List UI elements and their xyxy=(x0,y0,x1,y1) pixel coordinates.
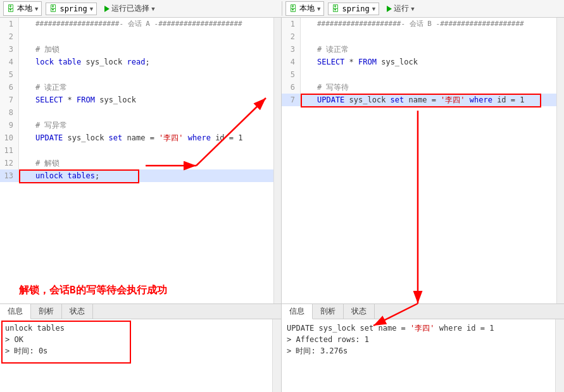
run-label-left: 运行已选择 xyxy=(111,3,149,14)
db-select-left[interactable]: 🗄 spring ▼ xyxy=(46,3,97,15)
left-panel: 1 ####################- 会话 A -##########… xyxy=(0,18,282,392)
right-editor[interactable]: 1 ####################- 会话 B -##########… xyxy=(282,18,564,303)
db-icon2-left: 🗄 xyxy=(49,4,57,13)
left-info-line-1: unlock tables xyxy=(5,322,276,334)
left-editor-content: 1 ####################- 会话 A -##########… xyxy=(0,18,281,303)
right-info-scrollbar[interactable] xyxy=(555,319,564,392)
code-line-right-4: 4 SELECT * FROM sys_lock xyxy=(282,56,564,68)
code-line-left-8: 8 xyxy=(0,106,281,119)
code-line-right-5: 5 xyxy=(282,68,564,81)
run-button-right[interactable]: 运行 ▼ xyxy=(383,2,418,15)
left-tab-info[interactable]: 信息 xyxy=(0,304,31,319)
toolbar: 🗄 本地 ▼ 🗄 spring ▼ 运行已选择 ▼ 🗄 本地 ▼ xyxy=(0,0,564,18)
location-label-right: 本地 xyxy=(299,3,315,14)
code-line-left-7: 7 SELECT * FROM sys_lock xyxy=(0,94,281,106)
location-label-left: 本地 xyxy=(17,3,32,14)
code-line-right-2: 2 xyxy=(282,30,564,43)
location-select-right[interactable]: 🗄 本地 ▼ xyxy=(285,1,324,16)
db-icon-left: 🗄 xyxy=(7,4,15,13)
content-area: 1 ####################- 会话 A -##########… xyxy=(0,18,564,392)
right-info-line-3: > 时间: 3.276s xyxy=(287,345,559,357)
run-button-left[interactable]: 运行已选择 ▼ xyxy=(101,2,158,15)
db-select-right[interactable]: 🗄 spring ▼ xyxy=(328,3,379,15)
code-line-right-7: 7 UPDATE sys_lock set name = '李四' where … xyxy=(282,94,564,106)
chevron-db-icon-right: ▼ xyxy=(372,6,375,12)
code-line-left-2: 2 xyxy=(0,30,281,43)
left-bottom-panel: 信息 剖析 状态 unlock tables > OK > 时间: 0s xyxy=(0,303,281,392)
db-label-right: spring xyxy=(342,4,369,13)
code-line-left-4: 4 lock table sys_lock read; xyxy=(0,56,281,68)
chevron-db-icon-left: ▼ xyxy=(90,6,93,12)
right-info-area: UPDATE sys_lock set name = '李四' where id… xyxy=(282,319,564,392)
code-line-left-11: 11 xyxy=(0,144,281,157)
right-info-line-2: > Affected rows: 1 xyxy=(287,334,559,345)
code-line-right-3: 3 # 读正常 xyxy=(282,43,564,56)
right-tab-info[interactable]: 信息 xyxy=(282,304,313,319)
play-icon-right xyxy=(387,6,392,12)
code-line-left-9: 9 # 写异常 xyxy=(0,119,281,132)
right-tab-analysis[interactable]: 剖析 xyxy=(313,304,344,319)
left-info-line-3: > 时间: 0s xyxy=(5,345,276,357)
code-line-left-6: 6 # 读正常 xyxy=(0,81,281,94)
db-icon2-right: 🗄 xyxy=(332,4,339,13)
right-panel: 1 ####################- 会话 B -##########… xyxy=(282,18,564,392)
code-line-right-1: 1 ####################- 会话 B -##########… xyxy=(282,18,564,30)
code-line-left-10: 10 UPDATE sys_lock set name = '李四' where… xyxy=(0,132,281,144)
code-line-left-13: 13 unlock tables; xyxy=(0,169,281,182)
left-info-scrollbar[interactable] xyxy=(272,319,281,392)
run-dropdown-icon-left: ▼ xyxy=(151,6,154,12)
left-tab-status[interactable]: 状态 xyxy=(62,304,93,319)
main-container: 🗄 本地 ▼ 🗄 spring ▼ 运行已选择 ▼ 🗄 本地 ▼ xyxy=(0,0,564,392)
left-tab-bar: 信息 剖析 状态 xyxy=(0,304,281,319)
chevron-down-icon-right: ▼ xyxy=(317,6,320,12)
left-info-area: unlock tables > OK > 时间: 0s xyxy=(0,319,281,392)
code-line-right-6: 6 # 写等待 xyxy=(282,81,564,94)
left-tab-analysis[interactable]: 剖析 xyxy=(31,304,62,319)
code-line-left-5: 5 xyxy=(0,68,281,81)
right-info-line-1: UPDATE sys_lock set name = '李四' where id… xyxy=(287,322,559,334)
right-tab-bar: 信息 剖析 状态 xyxy=(282,304,564,319)
toolbar-left: 🗄 本地 ▼ 🗄 spring ▼ 运行已选择 ▼ xyxy=(0,1,282,16)
left-info-line-2: > OK xyxy=(5,334,276,345)
toolbar-right: 🗄 本地 ▼ 🗄 spring ▼ 运行 ▼ xyxy=(282,1,564,16)
left-editor-scrollbar[interactable] xyxy=(273,18,281,303)
code-line-left-3: 3 # 加锁 xyxy=(0,43,281,56)
code-line-left-1: 1 ####################- 会话 A -##########… xyxy=(0,18,281,30)
chevron-down-icon-left: ▼ xyxy=(35,6,38,12)
right-tab-status[interactable]: 状态 xyxy=(344,304,375,319)
location-select-left[interactable]: 🗄 本地 ▼ xyxy=(3,1,42,16)
run-label-right: 运行 xyxy=(394,3,409,14)
db-icon-right: 🗄 xyxy=(289,4,297,13)
run-dropdown-icon-right: ▼ xyxy=(411,6,414,12)
right-bottom-panel: 信息 剖析 状态 UPDATE sys_lock set name = '李四'… xyxy=(282,303,564,392)
right-editor-scrollbar[interactable] xyxy=(556,18,564,303)
code-line-left-12: 12 # 解锁 xyxy=(0,157,281,169)
db-label-left: spring xyxy=(60,4,87,13)
left-editor[interactable]: 1 ####################- 会话 A -##########… xyxy=(0,18,281,303)
right-editor-content: 1 ####################- 会话 B -##########… xyxy=(282,18,564,303)
play-icon-left xyxy=(104,6,110,12)
